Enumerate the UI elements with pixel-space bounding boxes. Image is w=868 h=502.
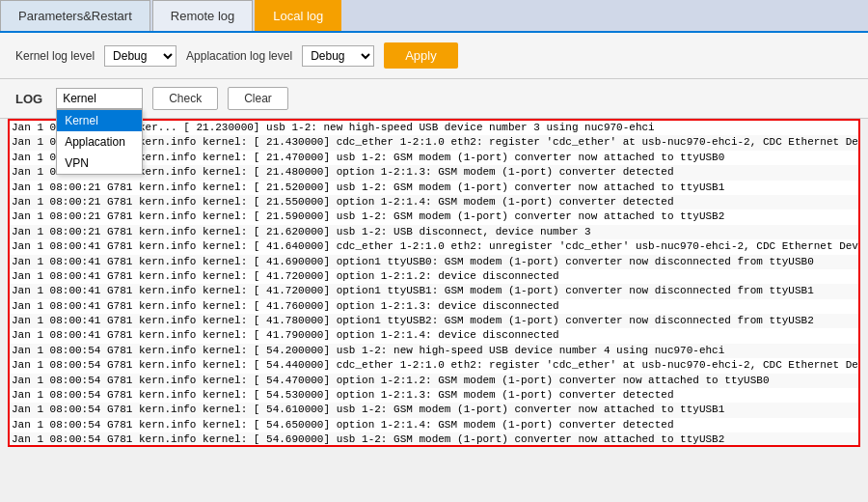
check-button[interactable]: Check — [152, 87, 218, 110]
log-line: Jan 1 08:00:21 G781 kern.info kernel: [ … — [10, 225, 858, 239]
log-line: Jan 1 08:00:54 G781 kern.info kernel: [ … — [10, 403, 858, 417]
log-line: Jan 1 08:00:41 G781 kern.info kernel: [ … — [10, 299, 858, 314]
log-type-dropdown: Kernel Applacation VPN — [56, 109, 143, 175]
applacation-level-select[interactable]: Debug Info Warning Error — [302, 45, 374, 67]
log-line: Jan 1 08:00:41 G781 kern.info kernel: [ … — [10, 328, 858, 343]
log-line: Jan 1 08:00:41 G781 kern.info kernel: [ … — [10, 284, 858, 298]
applacation-level-label: Applacation log level — [186, 49, 292, 63]
tab-remote[interactable]: Remote log — [152, 0, 253, 31]
kernel-level-select[interactable]: Debug Info Warning Error — [104, 45, 176, 67]
kernel-level-label: Kernel log level — [15, 49, 95, 63]
clear-button[interactable]: Clear — [228, 87, 288, 110]
log-line: Jan 1 08:00:54 G781 kern.info kernel: [ … — [10, 432, 858, 447]
controls-row: Kernel log level Debug Info Warning Erro… — [0, 33, 868, 79]
dropdown-item-kernel[interactable]: Kernel — [57, 110, 142, 131]
tab-local[interactable]: Local log — [255, 0, 341, 31]
log-line: Jan 1 08:00:41 G781 kern.info kernel: [ … — [10, 269, 858, 284]
log-type-wrapper: Kernel Applacation VPN Kernel Applacatio… — [56, 88, 143, 109]
log-line: Jan 1 08:00:41 G781 kern.info kernel: [ … — [10, 314, 858, 328]
tab-params[interactable]: Parameters&Restart — [0, 0, 150, 31]
log-line: Jan 1 08:00:54 G781 kern.info kernel: [ … — [10, 374, 858, 388]
log-line: Jan 1 08:00:54 G781 kern.info kernel: [ … — [10, 344, 858, 358]
log-line: Jan 1 08:00:41 G781 kern.info kernel: [ … — [10, 255, 858, 269]
log-line: Jan 1 08:00:21 G781 kern.info kernel: [ … — [10, 181, 858, 195]
log-label: LOG — [15, 92, 42, 106]
tab-bar: Parameters&Restart Remote log Local log — [0, 0, 868, 33]
log-line: Jan 1 08:00:21 G781 kern.info kernel: [ … — [10, 209, 858, 224]
apply-button[interactable]: Apply — [384, 42, 458, 69]
log-type-select[interactable]: Kernel Applacation VPN — [56, 88, 143, 109]
dropdown-item-applacation[interactable]: Applacation — [57, 131, 142, 153]
log-line: Jan 1 08:00:54 G781 kern.info kernel: [ … — [10, 388, 858, 403]
log-line: Jan 1 08:00:54 G781 kern.info kernel: [ … — [10, 358, 858, 373]
log-controls: LOG Kernel Applacation VPN Kernel Applac… — [0, 79, 868, 119]
dropdown-item-vpn[interactable]: VPN — [57, 153, 142, 174]
log-line: Jan 1 08:00:21 G781 kern.info kernel: [ … — [10, 195, 858, 209]
log-line: Jan 1 08:00:54 G781 kern.info kernel: [ … — [10, 418, 858, 432]
log-line: Jan 1 08:00:41 G781 kern.info kernel: [ … — [10, 239, 858, 254]
